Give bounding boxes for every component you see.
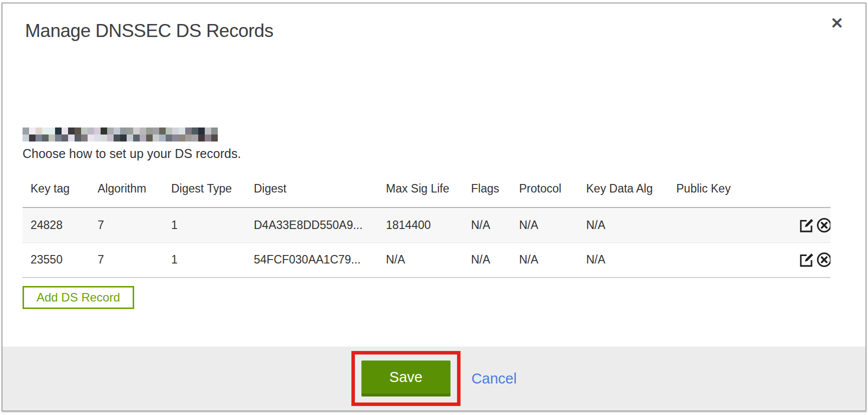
column-header: Key Data Alg xyxy=(578,170,668,208)
add-ds-record-button[interactable]: Add DS Record xyxy=(23,286,134,309)
cell-digest: D4A33E8DD550A9... xyxy=(246,208,378,242)
column-header: Public Key xyxy=(668,170,790,208)
column-header-actions xyxy=(790,170,830,208)
cell-digest-type: 1 xyxy=(163,208,246,242)
cell-key-data-alg: N/A xyxy=(578,208,668,242)
cell-algorithm: 7 xyxy=(90,242,163,278)
cell-key-tag: 24828 xyxy=(23,208,90,242)
annotation-highlight-box: Save xyxy=(351,351,461,406)
column-header: Algorithm xyxy=(90,170,163,208)
close-icon[interactable]: ✕ xyxy=(830,16,843,31)
cell-digest-type: 1 xyxy=(163,242,246,278)
cell-digest: 54FCF030AA1C79... xyxy=(246,242,378,278)
cell-max-sig-life: 1814400 xyxy=(378,208,463,242)
cancel-link[interactable]: Cancel xyxy=(472,370,517,387)
ds-records-tbody: 2482871D4A33E8DD550A9...1814400N/AN/AN/A… xyxy=(23,208,830,278)
table-row: 235507154FCF030AA1C79...N/AN/AN/AN/A xyxy=(23,242,830,278)
column-header: Protocol xyxy=(511,170,578,208)
column-header: Digest Type xyxy=(163,170,246,208)
modal-footer: Save Cancel xyxy=(3,346,865,410)
column-header: Key tag xyxy=(23,170,90,208)
edit-icon[interactable] xyxy=(798,217,815,234)
cell-public-key xyxy=(668,208,790,242)
row-actions xyxy=(790,208,830,242)
delete-icon[interactable] xyxy=(816,252,830,268)
cell-flags: N/A xyxy=(463,208,511,242)
cell-key-tag: 23550 xyxy=(23,242,90,278)
dnssec-ds-records-modal: Manage DNSSEC DS Records ✕ Choose how to… xyxy=(2,2,866,412)
cell-public-key xyxy=(668,242,790,278)
delete-icon[interactable] xyxy=(816,217,830,234)
cell-algorithm: 7 xyxy=(90,208,163,242)
save-button[interactable]: Save xyxy=(361,360,451,396)
redacted-domain-name xyxy=(23,128,218,142)
table-row: 2482871D4A33E8DD550A9...1814400N/AN/AN/A xyxy=(23,208,830,242)
cell-max-sig-life: N/A xyxy=(378,242,463,278)
column-header: Digest xyxy=(246,170,378,208)
cell-protocol: N/A xyxy=(511,208,578,242)
ds-records-table: Key tagAlgorithmDigest TypeDigestMax Sig… xyxy=(23,170,830,278)
table-header-row: Key tagAlgorithmDigest TypeDigestMax Sig… xyxy=(23,170,830,208)
cell-flags: N/A xyxy=(463,242,511,278)
cell-key-data-alg: N/A xyxy=(578,242,668,278)
row-actions xyxy=(790,242,830,278)
cell-protocol: N/A xyxy=(511,242,578,278)
modal-title: Manage DNSSEC DS Records xyxy=(25,20,865,42)
column-header: Flags xyxy=(463,170,511,208)
edit-icon[interactable] xyxy=(798,252,815,268)
instruction-text: Choose how to set up your DS records. xyxy=(23,147,865,160)
column-header: Max Sig Life xyxy=(378,170,463,208)
ds-records-table-wrap: Key tagAlgorithmDigest TypeDigestMax Sig… xyxy=(23,170,845,278)
